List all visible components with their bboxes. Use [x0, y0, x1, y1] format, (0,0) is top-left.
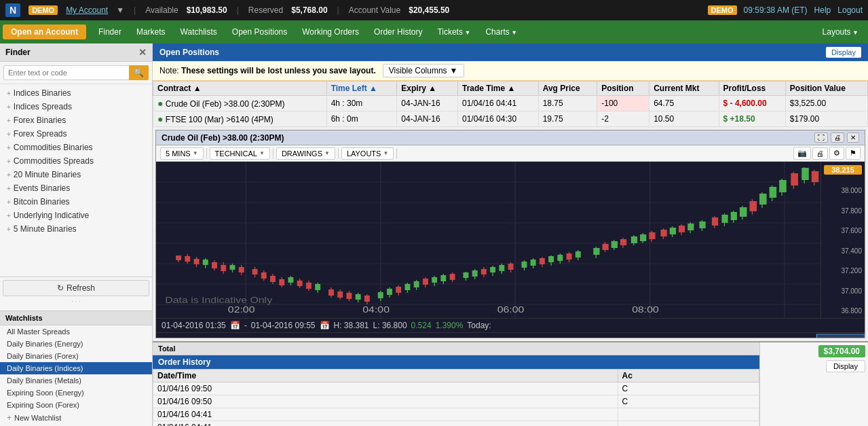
timeframe-button[interactable]: 5 MINS: [160, 147, 204, 160]
watchlist-daily-energy[interactable]: Daily Binaries (Energy): [0, 338, 152, 350]
cal-icon-2[interactable]: 📅: [320, 321, 330, 330]
chart-main: 02:00 04:00 06:00 08:00: [156, 162, 820, 318]
nav-working-orders[interactable]: Working Orders: [295, 23, 366, 41]
nav-order-history[interactable]: Order History: [367, 23, 429, 41]
sidebar-item-commodities-spreads[interactable]: + Commodities Spreads: [0, 154, 152, 168]
price-37200: 37.200: [824, 267, 862, 274]
help-link[interactable]: Help: [814, 5, 831, 15]
table-row[interactable]: 01/04/16 09:50C: [153, 383, 759, 395]
svg-rect-90: [521, 262, 527, 268]
chart-close-button[interactable]: ✕: [847, 132, 859, 143]
watchlist-daily-forex[interactable]: Daily Binaries (Forex): [0, 350, 152, 362]
drawings-button[interactable]: DRAWINGS: [276, 147, 335, 160]
nav-tickets[interactable]: Tickets: [430, 23, 477, 41]
search-input[interactable]: [3, 65, 149, 80]
sidebar-item-forex-binaries[interactable]: + Forex Binaries: [0, 113, 152, 127]
svg-rect-146: [801, 168, 809, 180]
nav-open-positions[interactable]: Open Positions: [225, 23, 294, 41]
chart-print-button[interactable]: 🖨: [831, 132, 844, 143]
sidebar-item-20min-binaries[interactable]: + 20 Minute Binaries: [0, 168, 152, 181]
svg-rect-56: [356, 294, 361, 300]
sidebar-item-underlying-indicative[interactable]: + Underlying Indicative: [0, 209, 152, 222]
open-positions-display-button[interactable]: Display: [826, 47, 861, 58]
svg-rect-124: [687, 224, 694, 230]
col-position-value[interactable]: Position Value: [785, 82, 867, 96]
sidebar-item-commodities-binaries[interactable]: + Commodities Binaries: [0, 141, 152, 154]
svg-rect-132: [731, 212, 737, 220]
svg-rect-20: [185, 256, 190, 262]
col-current-mkt[interactable]: Current Mkt: [649, 82, 719, 96]
watchlist-expiring-forex[interactable]: Expiring Soon (Forex): [0, 399, 152, 411]
svg-rect-46: [306, 283, 312, 289]
logout-link[interactable]: Logout: [837, 5, 863, 15]
nav-finder[interactable]: Finder: [92, 23, 128, 41]
watchlist-daily-indices[interactable]: Daily Binaries (Indices): [0, 362, 152, 374]
toolbar-divider: [338, 148, 339, 159]
new-watchlist-button[interactable]: + New Watchlist: [0, 411, 152, 425]
svg-rect-36: [261, 272, 267, 279]
toolbar-divider: [273, 148, 273, 159]
avg-price-cell: 18.75: [538, 96, 597, 111]
sidebar-item-forex-spreads[interactable]: + Forex Spreads: [0, 127, 152, 141]
table-row[interactable]: 01/04/16 09:50C: [153, 395, 759, 408]
camera-icon-button[interactable]: 📷: [793, 147, 811, 160]
layouts-button[interactable]: LAYOUTS: [341, 147, 394, 160]
table-row[interactable]: ● Crude Oil (Feb) >38.00 (2:30PM) 4h : 3…: [153, 96, 868, 111]
my-account-link[interactable]: My Account: [66, 5, 108, 15]
current-price-tag: 38.215: [824, 165, 862, 175]
table-row[interactable]: 01/04/16 04:41: [153, 421, 759, 427]
col-avg-price[interactable]: Avg Price: [538, 82, 597, 96]
print-icon-button[interactable]: 🖨: [812, 147, 828, 160]
flag-icon-button[interactable]: ⚑: [846, 147, 861, 160]
open-account-button[interactable]: Open an Account: [3, 24, 86, 39]
search-button[interactable]: 🔍: [129, 65, 149, 80]
technical-button[interactable]: TECHNICAL: [210, 147, 270, 160]
sidebar-items-list: + Indices Binaries + Indices Spreads + F…: [0, 84, 152, 277]
sidebar-item-bitcoin-binaries[interactable]: + Bitcoin Binaries: [0, 195, 152, 209]
chart-high: H: 38.381: [334, 321, 369, 330]
bottom-left: Total Order History Date/Time Ac 01/04/1…: [153, 342, 759, 426]
chart-controls: ⛶ 🖨 ✕: [814, 132, 859, 143]
order-history-scroll[interactable]: Date/Time Ac 01/04/16 09:50C 01/04/16 09…: [153, 369, 759, 426]
settings-icon-button[interactable]: ⚙: [829, 147, 844, 160]
sidebar-item-5min-binaries[interactable]: + 5 Minute Binaries: [0, 222, 152, 236]
visible-columns-button[interactable]: Visible Columns ▼: [383, 64, 464, 77]
col-time-left[interactable]: Time Left ▲: [326, 82, 397, 96]
sidebar-item-indices-spreads[interactable]: + Indices Spreads: [0, 100, 152, 113]
cal-icon[interactable]: 📅: [230, 321, 240, 330]
svg-rect-74: [440, 275, 446, 281]
col-expiry[interactable]: Expiry ▲: [397, 82, 458, 96]
watchlist-all-master-spreads[interactable]: All Master Spreads: [0, 325, 152, 338]
overview-svg: Dec 2015 13 27: [156, 333, 865, 338]
table-row[interactable]: ● FTSE 100 (Mar) >6140 (4PM) 6h : 0m 04-…: [153, 111, 868, 127]
svg-rect-62: [387, 289, 392, 295]
nav-watchlists[interactable]: Watchlists: [174, 23, 224, 41]
sidebar-close-button[interactable]: ✕: [138, 47, 147, 58]
refresh-button[interactable]: ↻ Refresh: [3, 280, 149, 296]
right-panel: Open Positions Display Note: These setti…: [153, 43, 868, 426]
table-row[interactable]: 01/04/16 04:41: [153, 408, 759, 421]
nav-layouts[interactable]: Layouts: [816, 23, 865, 41]
bottom-display-button[interactable]: Display: [826, 360, 865, 372]
chart-title: Crude Oil (Feb) >38.00 (2:30PM): [162, 133, 284, 143]
col-contract[interactable]: Contract ▲: [153, 82, 327, 96]
sidebar-item-indices-binaries[interactable]: + Indices Binaries: [0, 86, 152, 100]
chart-expand-button[interactable]: ⛶: [814, 132, 828, 143]
nav-charts[interactable]: Charts: [478, 23, 524, 41]
dropdown-arrow[interactable]: ▼: [116, 5, 124, 15]
watchlist-expiring-energy[interactable]: Expiring Soon (Energy): [0, 387, 152, 399]
col-position[interactable]: Position: [597, 82, 649, 96]
positions-table-scroll[interactable]: Contract ▲ Time Left ▲ Expiry ▲ Trade Ti…: [153, 81, 868, 127]
chart-title-bar: Crude Oil (Feb) >38.00 (2:30PM) ⛶ 🖨 ✕: [156, 130, 865, 145]
col-profit-loss[interactable]: Profit/Loss: [719, 82, 785, 96]
svg-rect-96: [548, 256, 554, 262]
watchlist-daily-metals[interactable]: Daily Binaries (Metals): [0, 374, 152, 387]
svg-rect-60: [378, 292, 383, 298]
nav-markets[interactable]: Markets: [130, 23, 172, 41]
expiry-cell: 04-JAN-16: [397, 111, 458, 127]
available-label: Available: [145, 5, 178, 15]
open-positions-title: Open Positions: [159, 48, 219, 57]
logo: N: [5, 3, 20, 17]
col-trade-time[interactable]: Trade Time ▲: [458, 82, 539, 96]
sidebar-item-events-binaries[interactable]: + Events Binaries: [0, 181, 152, 195]
